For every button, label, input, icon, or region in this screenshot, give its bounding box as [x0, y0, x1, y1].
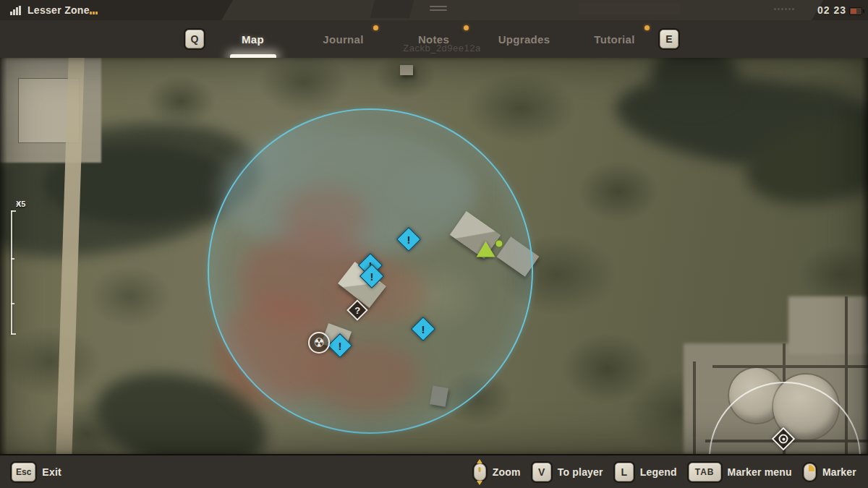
map-marker-quest[interactable]: !	[400, 231, 417, 248]
map-marker-radiation[interactable]: ☢	[308, 332, 330, 354]
exit-shortcut[interactable]: Esc Exit	[12, 463, 61, 481]
marker-shortcut[interactable]: Marker	[804, 463, 856, 481]
mouse-scroll-icon	[474, 463, 486, 481]
indicator-dots	[90, 12, 98, 14]
tab-map[interactable]: Map	[208, 20, 298, 58]
to-player-shortcut[interactable]: V To player	[532, 463, 603, 481]
l-key-hint: L	[615, 463, 634, 481]
battery-icon	[849, 7, 862, 15]
zoom-shortcut[interactable]: Zoom	[474, 463, 521, 481]
zone-name-label: Lesser Zone	[27, 4, 90, 16]
device-trim	[370, 0, 414, 18]
marker-menu-shortcut[interactable]: TAB Marker menu	[689, 463, 792, 481]
next-tab-key-hint[interactable]: E	[660, 30, 678, 48]
to-player-label: To player	[558, 466, 603, 478]
map-marker-player[interactable]	[486, 249, 495, 257]
device-handle-icon	[430, 6, 447, 13]
map-view[interactable]: X5 !!!!!?☢	[0, 58, 868, 454]
status-bar: Lesser Zone 02 23	[0, 0, 868, 21]
tab-key-hint: TAB	[689, 463, 721, 481]
marker-menu-label: Marker menu	[728, 466, 792, 478]
tab-tutorial[interactable]: Tutorial	[569, 20, 660, 58]
watermark: Zackb_2d9ee12a	[384, 43, 500, 53]
map-marker-quest[interactable]: !	[331, 337, 349, 354]
shortcut-bar: Esc Exit Zoom V To player L Legend TAB M…	[0, 454, 868, 488]
map-marker-question[interactable]: ?	[350, 303, 365, 318]
zoom-label: Zoom	[493, 466, 521, 478]
marker-layer: !!!!!?☢	[0, 58, 868, 454]
prev-tab-key-hint[interactable]: Q	[185, 30, 204, 48]
vent-dots	[774, 8, 794, 10]
legend-shortcut[interactable]: L Legend	[615, 463, 677, 481]
marker-label: Marker	[822, 466, 856, 478]
v-key-hint: V	[532, 463, 551, 481]
legend-label: Legend	[640, 466, 677, 478]
mouse-right-icon	[804, 463, 816, 481]
map-marker-quest[interactable]: !	[414, 320, 432, 338]
signal-bars-icon	[10, 6, 21, 15]
map-marker-ping[interactable]	[775, 431, 792, 448]
exit-label: Exit	[42, 466, 61, 478]
esc-key-hint: Esc	[12, 463, 35, 481]
game-time: 02 23	[817, 4, 846, 16]
map-marker-quest[interactable]: !	[363, 267, 380, 285]
device-trim	[579, 3, 680, 14]
shortcut-group: Zoom V To player L Legend TAB Marker men…	[474, 463, 856, 481]
tab-journal[interactable]: Journal	[298, 20, 388, 58]
